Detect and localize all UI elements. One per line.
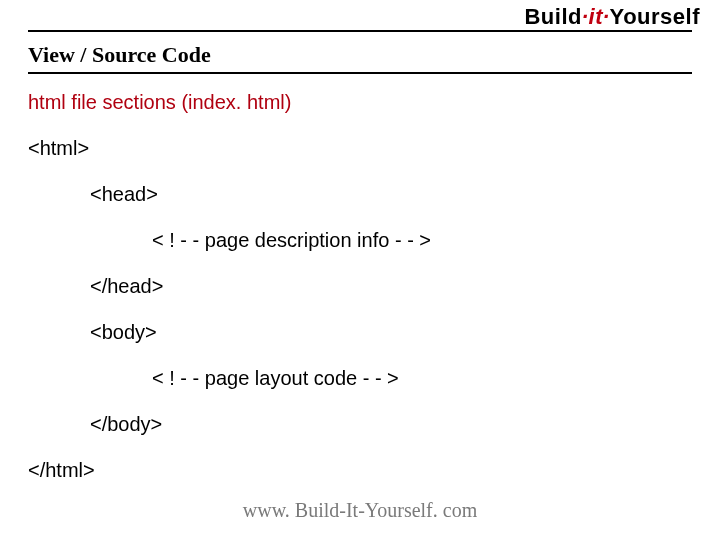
logo-part-yourself: Yourself bbox=[610, 4, 700, 29]
code-body-open: <body> bbox=[90, 320, 431, 344]
logo-part-build: Build bbox=[524, 4, 582, 29]
header-rule bbox=[28, 30, 692, 32]
brand-logo: Build·it·Yourself bbox=[524, 4, 700, 30]
slide: Build·it·Yourself View / Source Code htm… bbox=[0, 0, 720, 540]
code-html-open: <html> bbox=[28, 136, 431, 160]
content-block: html file sections (index. html) <html> … bbox=[28, 90, 431, 504]
code-head-close: </head> bbox=[90, 274, 431, 298]
code-comment-description: < ! - - page description info - - > bbox=[152, 228, 431, 252]
logo-part-it: ·it· bbox=[582, 4, 610, 29]
code-html-close: </html> bbox=[28, 458, 431, 482]
footer-url: www. Build-It-Yourself. com bbox=[0, 499, 720, 522]
code-head-open: <head> bbox=[90, 182, 431, 206]
code-body-close: </body> bbox=[90, 412, 431, 436]
page-title: View / Source Code bbox=[28, 42, 692, 74]
code-comment-layout: < ! - - page layout code - - > bbox=[152, 366, 431, 390]
subtitle: html file sections (index. html) bbox=[28, 90, 431, 114]
